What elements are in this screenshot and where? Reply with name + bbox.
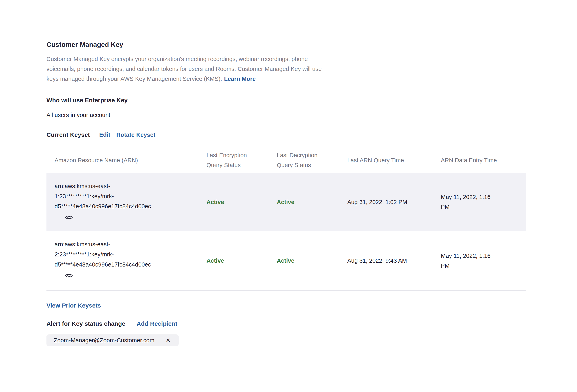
timestamp: Aug 31, 2022, 1:02 PM (347, 197, 407, 207)
page-description: Customer Managed Key encrypts your organ… (46, 54, 390, 84)
rotate-keyset-link[interactable]: Rotate Keyset (116, 132, 155, 138)
edit-keyset-link[interactable]: Edit (99, 132, 110, 138)
column-header-last-arn-query-time: Last ARN Query Time (347, 155, 441, 165)
eye-icon[interactable] (65, 272, 73, 279)
page-description-text: Customer Managed Key encrypts your organ… (46, 56, 322, 82)
who-will-use-heading: Who will use Enterprise Key (46, 97, 526, 104)
recipient-chip: Zoom-Manager@Zoom-Customer.com ✕ (46, 334, 179, 346)
current-keyset-row: Current Keyset Edit Rotate Keyset (46, 131, 526, 138)
keyset-table: Amazon Resource Name (ARN) Last Encrypti… (46, 147, 526, 291)
eye-icon[interactable] (65, 214, 73, 221)
current-keyset-heading: Current Keyset (46, 131, 90, 138)
table-row: arn:aws:kms:us-east-2:23*********1:key/m… (46, 231, 526, 291)
learn-more-link[interactable]: Learn More (224, 75, 255, 82)
page-title: Customer Managed Key (46, 41, 526, 48)
eye-icon-glyph (65, 214, 73, 220)
status-badge: Active (277, 257, 294, 264)
decryption-status-cell: Active (277, 173, 347, 231)
column-header-arn-data-entry-time: ARN Data Entry Time (441, 155, 526, 165)
arn-data-entry-time-cell: May 11, 2022, 1:16 PM (441, 231, 526, 290)
timestamp: Aug 31, 2022, 9:43 AM (347, 256, 407, 266)
decryption-status-cell: Active (277, 231, 347, 290)
column-header-last-decryption-query-status: Last Decryption Query Status (277, 150, 347, 170)
who-will-use-value: All users in your account (46, 112, 526, 118)
arn-data-entry-time-cell: May 11, 2022, 1:16 PM (441, 173, 526, 231)
last-arn-query-time-cell: Aug 31, 2022, 9:43 AM (347, 231, 441, 290)
column-header-last-encryption-query-status: Last Encryption Query Status (207, 150, 277, 170)
alert-row: Alert for Key status change Add Recipien… (46, 320, 526, 327)
encryption-status-cell: Active (207, 173, 277, 231)
encryption-status-cell: Active (207, 231, 277, 290)
arn-value: arn:aws:kms:us-east-2:23*********1:key/m… (55, 239, 160, 270)
arn-value: arn:aws:kms:us-east-1:23*********1:key/m… (55, 181, 160, 211)
column-header-arn: Amazon Resource Name (ARN) (46, 155, 207, 165)
view-prior-keysets-link[interactable]: View Prior Keysets (46, 302, 101, 309)
close-icon[interactable]: ✕ (166, 338, 170, 343)
last-arn-query-time-cell: Aug 31, 2022, 1:02 PM (347, 173, 441, 231)
status-badge: Active (207, 257, 224, 264)
arn-cell: arn:aws:kms:us-east-1:23*********1:key/m… (46, 173, 207, 231)
add-recipient-link[interactable]: Add Recipient (137, 320, 177, 327)
eye-icon-glyph (65, 273, 73, 279)
status-badge: Active (277, 199, 294, 206)
timestamp: May 11, 2022, 1:16 PM (441, 192, 497, 212)
table-row: arn:aws:kms:us-east-1:23*********1:key/m… (46, 173, 526, 231)
customer-managed-key-page: Customer Managed Key Customer Managed Ke… (0, 0, 577, 392)
timestamp: May 11, 2022, 1:16 PM (441, 251, 497, 271)
alert-key-status-heading: Alert for Key status change (46, 320, 125, 327)
recipient-email: Zoom-Manager@Zoom-Customer.com (54, 337, 154, 344)
keyset-table-header-row: Amazon Resource Name (ARN) Last Encrypti… (46, 147, 526, 173)
status-badge: Active (207, 199, 224, 206)
arn-cell: arn:aws:kms:us-east-2:23*********1:key/m… (46, 231, 207, 290)
